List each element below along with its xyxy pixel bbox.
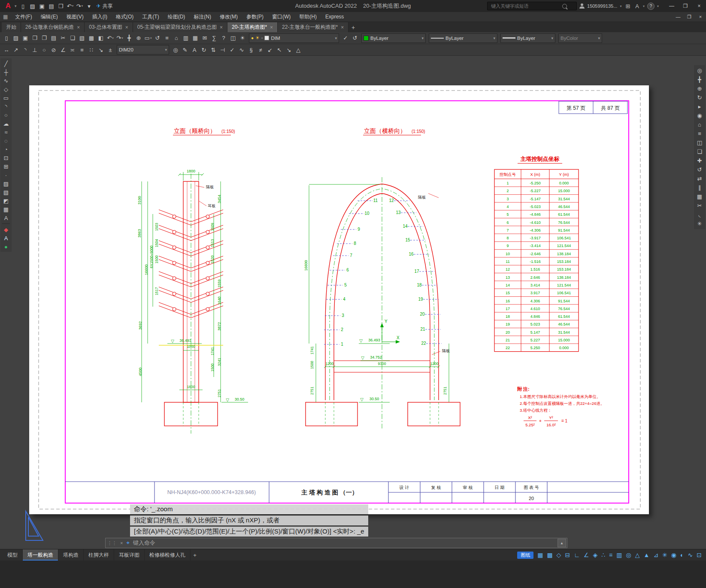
open-file-icon[interactable]: ▨ (28, 2, 37, 11)
baseline-dimension-icon[interactable]: ≡ (77, 45, 87, 54)
create-block-icon[interactable]: ⊞ (1, 162, 11, 171)
clean-screen-icon[interactable]: ⊡ (697, 552, 702, 558)
snap-mode-icon[interactable]: ▩ (547, 552, 552, 558)
zoom-previous-icon[interactable]: ↺ (153, 33, 162, 42)
arc-length-dimension-icon[interactable]: ◝ (21, 45, 30, 54)
qleader-icon[interactable]: ↘ (284, 45, 294, 54)
file-tab[interactable]: 05-主梁钢箱梁梁段划分及构造总图× (133, 22, 227, 32)
polar-tracking-icon[interactable]: ∠ (584, 552, 589, 558)
menu-item[interactable]: 窗口(W) (268, 12, 295, 21)
undo-icon[interactable]: ↶▾ (106, 33, 115, 42)
redo-icon[interactable]: ↷▾ (115, 33, 124, 42)
new-file-icon[interactable]: ▯ (2, 33, 11, 42)
tab-close-icon[interactable]: × (341, 24, 344, 30)
construction-line-icon[interactable]: ┼ (1, 68, 11, 76)
menu-item[interactable]: 格式(O) (112, 12, 138, 21)
search-icon[interactable] (562, 4, 567, 9)
save-as-icon[interactable]: ▤ (47, 2, 56, 11)
layer-on-icon[interactable]: ● (251, 36, 254, 40)
menu-item[interactable]: 标注(N) (189, 12, 215, 21)
pan-hand-icon[interactable]: ╋ (695, 75, 704, 84)
show-motion-icon[interactable]: ▸ (695, 102, 704, 111)
dimension-update-icon[interactable]: ↻ (199, 45, 209, 54)
inspection-icon[interactable]: ✓ (227, 45, 237, 54)
command-input-bar[interactable]: ⋮⋮ × ⌖ 键入命令 ▲ (105, 538, 567, 548)
dim-override-icon[interactable]: ≠ (256, 45, 265, 54)
linear-dimension-icon[interactable]: ↔ (2, 45, 11, 54)
multiline-text-icon[interactable]: A (1, 214, 11, 222)
explode-tool-icon[interactable]: ✳ (695, 219, 704, 228)
menu-item[interactable]: 插入(I) (88, 12, 112, 21)
ortho-mode-icon[interactable]: ∟ (574, 552, 580, 558)
doc-minimize-button[interactable]: — (673, 12, 684, 21)
dimension-style-icon[interactable]: § (246, 45, 256, 54)
region-icon[interactable]: ◩ (1, 196, 11, 205)
chevron-down-icon[interactable]: ▾ (335, 36, 337, 40)
orbit-icon[interactable]: ↻ (695, 93, 704, 102)
layer-lock-icon[interactable]: ▫ (261, 36, 263, 40)
layer-properties-icon[interactable]: ◫ (228, 33, 238, 42)
file-tab[interactable]: 03-总体布置图× (85, 22, 133, 32)
plotstyle-combo[interactable]: ByColor ▾ (558, 33, 602, 43)
plot-icon[interactable]: ❒ (30, 33, 39, 42)
paste-icon[interactable]: ▧ (77, 33, 87, 42)
tab-close-icon[interactable]: × (77, 24, 80, 30)
full-navigation-wheel-icon[interactable]: ◎ (695, 66, 704, 75)
redo-icon[interactable]: ↷▾ (75, 2, 85, 11)
chevron-down-icon[interactable]: ▾ (493, 36, 495, 40)
lineweight-display-icon[interactable]: ≡ (609, 552, 612, 558)
menu-item[interactable]: 参数(P) (242, 12, 268, 21)
selection-cycling-icon[interactable]: ◎ (626, 552, 631, 558)
copy-icon[interactable]: ❏ (68, 33, 77, 42)
quick-dimension-icon[interactable]: ≍ (68, 45, 77, 54)
ordinate-dimension-icon[interactable]: ⊥ (30, 45, 39, 54)
move-tool-icon[interactable]: ✚ (695, 156, 704, 165)
revision-cloud-icon[interactable]: ☁ (1, 119, 11, 128)
save-icon[interactable]: ▣ (21, 33, 30, 42)
minimize-button[interactable]: — (665, 0, 679, 12)
transparency-icon[interactable]: ▥ (616, 552, 622, 558)
layout-tab[interactable]: 塔构造 (58, 549, 84, 561)
make-layer-current-icon[interactable]: ✓ (341, 33, 350, 42)
radius-dimension-icon[interactable]: ○ (39, 45, 49, 54)
drawing-canvas[interactable]: 控制点号X (m)Y (m)1-5.2500.0002-5.22715.0003… (0, 56, 706, 549)
command-prompt[interactable]: 键入命令 (133, 539, 155, 547)
share-button[interactable]: ✈ 共享 (97, 3, 113, 10)
properties-icon[interactable]: ≡ (162, 33, 172, 42)
autodesk-account-icon[interactable]: A (634, 3, 640, 9)
new-layout-button[interactable]: + (191, 552, 199, 558)
workspace-switching-icon[interactable]: ✳ (662, 552, 667, 558)
tab-close-icon[interactable]: × (220, 24, 223, 30)
center-mark-icon[interactable]: ◎ (171, 45, 180, 54)
ellipse-icon[interactable]: ◌ (1, 136, 11, 145)
save-icon[interactable]: ▣ (37, 2, 47, 11)
chevron-down-icon[interactable]: ▾ (165, 48, 167, 52)
restore-button[interactable]: ❐ (679, 0, 692, 12)
point-icon[interactable]: ∙ (1, 171, 11, 179)
steering-wheel-icon[interactable]: ◉ (695, 111, 704, 120)
annotation-visibility-icon[interactable]: △ (635, 552, 640, 558)
design-center-icon[interactable]: ⌂ (172, 33, 181, 42)
text-style-icon[interactable]: A (1, 234, 11, 242)
command-grip-icon[interactable]: ⋮⋮ (106, 540, 118, 546)
hatch-icon[interactable]: ▨ (1, 179, 11, 188)
layer-states-icon[interactable]: ☀ (238, 33, 247, 42)
jogged-linear-icon[interactable]: ∿ (237, 45, 246, 54)
user-dropdown-icon[interactable]: ▾ (620, 4, 621, 8)
undo-icon[interactable]: ↶▾ (66, 2, 75, 11)
navigation-bar-icon[interactable]: ≡ (695, 129, 704, 138)
gradient-icon[interactable]: ▧ (1, 188, 11, 196)
offset-tool-icon[interactable]: ∥ (695, 183, 704, 192)
paper-sheet[interactable]: 控制点号X (m)Y (m)1-5.2500.0002-5.22715.0003… (29, 85, 649, 514)
file-tab[interactable]: 20-主塔构造图*× (227, 22, 278, 32)
viewcube-home-icon[interactable]: ⌂ (695, 120, 704, 129)
dynamic-input-icon[interactable]: ⊟ (565, 552, 570, 558)
file-tab[interactable]: 26-边墩承台钢筋构造× (21, 22, 85, 32)
line-icon[interactable]: ╱ (1, 59, 11, 68)
tool-palettes-icon[interactable]: ▥ (181, 33, 191, 42)
isolate-objects-icon[interactable]: ◐ (680, 552, 684, 558)
file-tab[interactable]: 开始 (2, 22, 21, 32)
autocad-logo-icon[interactable]: A (2, 1, 15, 11)
annotation-monitor-icon[interactable]: ◉ (671, 552, 676, 558)
continue-dimension-icon[interactable]: ∷ (87, 45, 96, 54)
